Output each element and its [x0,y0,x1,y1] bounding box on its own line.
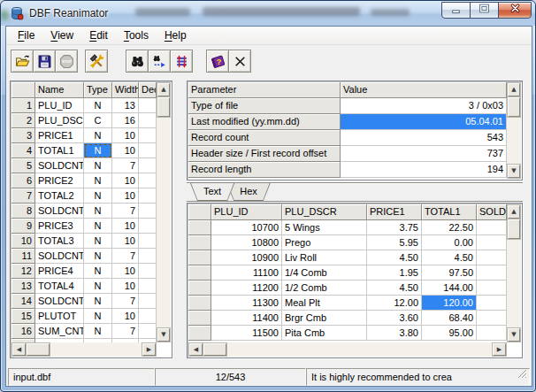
scroll-down-icon[interactable]: ▼ [157,328,170,342]
row-header[interactable] [188,265,211,281]
field-width-cell[interactable]: 7 [112,204,139,219]
field-dec-cell[interactable] [139,188,157,204]
row-header[interactable]: 2 [11,113,35,128]
row-header[interactable]: 13 [11,279,35,294]
row-header[interactable] [188,296,211,311]
field-name-cell[interactable]: PLUTOT [35,309,84,324]
field-width-cell[interactable]: 10 [112,219,139,234]
row-header[interactable]: 3 [11,128,35,143]
parameter-value-cell[interactable]: 05.04.01 [341,114,507,130]
fields-vertical-scrollbar[interactable]: ▲▼ [157,82,171,342]
scroll-up-icon[interactable]: ▲ [157,83,170,96]
record-cell[interactable]: Meal Plt [282,296,367,311]
record-cell[interactable] [477,326,507,341]
field-name-cell[interactable]: PRICE2 [35,173,84,188]
save-button[interactable] [33,50,56,73]
row-header[interactable] [188,220,211,235]
scroll-left-icon[interactable]: ◀ [189,343,203,356]
row-header[interactable] [188,250,211,265]
record-cell[interactable]: 11400 [211,311,282,326]
records-horizontal-scrollbar[interactable]: ◀▶ [188,342,507,357]
row-header[interactable]: 9 [11,219,35,234]
record-cell[interactable]: 11200 [211,281,282,296]
field-name-cell[interactable]: TOTAL4 [35,279,84,294]
parameter-value-cell[interactable]: 543 [341,130,507,146]
field-name-cell[interactable]: SOLDCNT2 [35,204,84,219]
field-type-cell[interactable]: N [84,234,112,249]
field-type-cell[interactable]: N [84,173,112,188]
menu-file[interactable]: File [10,28,42,42]
record-cell[interactable]: 12.00 [367,296,422,311]
field-dec-cell[interactable] [139,234,157,249]
row-header[interactable]: 7 [11,188,35,204]
scroll-thumb[interactable] [508,219,520,239]
record-cell[interactable]: 10800 [211,235,282,250]
record-cell[interactable] [477,296,507,311]
field-width-cell[interactable]: 10 [112,173,139,188]
record-cell[interactable]: 5.95 [367,235,422,250]
parameters-vertical-scrollbar[interactable]: ▲▼ [507,82,521,179]
row-header[interactable]: 8 [11,204,35,219]
parameter-value-cell[interactable]: 194 [341,162,507,178]
row-header[interactable] [188,235,211,250]
field-type-cell[interactable]: N [84,219,112,234]
field-type-cell[interactable]: N [84,264,112,279]
scroll-thumb[interactable] [203,343,226,356]
field-type-cell[interactable]: N [84,294,112,309]
record-cell[interactable]: 1/4 Comb [282,265,367,281]
scroll-up-icon[interactable]: ▲ [508,205,520,219]
field-name-cell[interactable]: PLU_DSCR [35,113,84,128]
maximize-button[interactable] [470,2,499,19]
record-cell[interactable]: 3.75 [367,220,422,235]
field-dec-cell[interactable] [139,219,157,234]
field-type-cell[interactable]: N [84,249,112,264]
row-header[interactable]: 1 [11,98,35,113]
find-next-button[interactable] [148,50,171,73]
close-button[interactable] [498,2,532,19]
scroll-down-icon[interactable]: ▼ [508,165,520,178]
field-width-cell[interactable]: 7 [112,324,139,339]
record-cell[interactable] [477,265,507,281]
field-type-cell[interactable]: N [84,143,112,158]
record-cell[interactable]: 11100 [211,265,282,281]
record-cell[interactable]: Brgr Cmb [282,311,367,326]
field-dec-cell[interactable] [139,264,157,279]
resize-grip-icon[interactable] [517,368,528,384]
record-cell[interactable]: 4.50 [422,250,477,265]
parameter-name-cell[interactable]: Header size / First record offset [188,146,341,162]
scroll-left-icon[interactable]: ◀ [12,343,26,356]
scroll-thumb[interactable] [157,97,170,117]
scroll-thumb[interactable] [27,343,50,356]
field-dec-cell[interactable] [139,128,157,143]
scroll-right-icon[interactable]: ▶ [493,343,506,356]
row-header[interactable]: 5 [11,158,35,173]
record-cell[interactable]: Prego [282,235,367,250]
structure-button[interactable] [170,50,193,73]
menu-help[interactable]: Help [157,28,195,42]
menu-tools[interactable]: Tools [116,28,157,42]
field-name-cell[interactable]: TOTAL3 [35,234,84,249]
field-name-cell[interactable]: TOTAL1 [35,143,84,158]
record-cell[interactable]: 4.50 [367,281,422,296]
record-cell[interactable]: 11500 [211,326,282,341]
field-name-cell[interactable]: SUM_CNT [35,324,84,339]
record-cell[interactable]: 10900 [211,250,282,265]
fields-horizontal-scrollbar[interactable]: ◀▶ [11,342,157,357]
field-name-cell[interactable]: TOTAL2 [35,188,84,204]
field-dec-cell[interactable] [139,173,157,188]
parameter-name-cell[interactable]: Last modified (yy.mm.dd) [188,114,341,130]
find-button[interactable] [126,50,149,73]
field-dec-cell[interactable] [139,158,157,173]
record-cell[interactable]: 97.50 [422,265,477,281]
row-header[interactable]: 16 [11,324,35,339]
parameter-value-cell[interactable]: 737 [341,146,507,162]
title-bar[interactable]: DBF Reanimator [1,1,535,26]
records-vertical-scrollbar[interactable]: ▲▼ [507,204,521,342]
row-header[interactable]: 12 [11,264,35,279]
record-cell[interactable]: Pita Cmb [282,326,367,341]
row-header[interactable]: 10 [11,234,35,249]
field-width-cell[interactable]: 10 [112,234,139,249]
row-header[interactable]: 11 [11,249,35,264]
scroll-right-icon[interactable]: ▶ [142,343,156,356]
field-type-cell[interactable]: N [84,324,112,339]
